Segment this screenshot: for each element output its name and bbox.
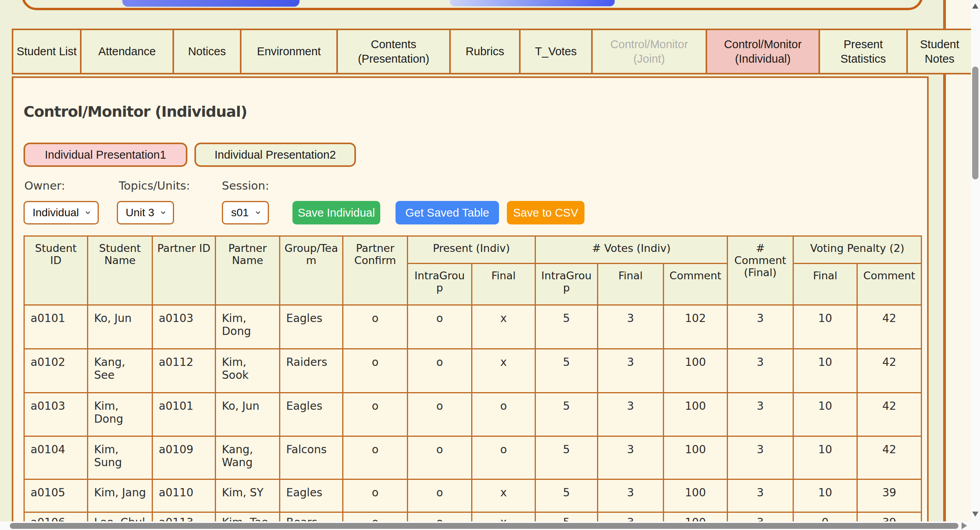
tab-label: Rubrics <box>466 44 504 58</box>
table-cell: o <box>343 393 408 436</box>
table-cell: 42 <box>857 349 922 393</box>
topics-select-value: Unit 3 <box>123 206 156 219</box>
tab-attendance[interactable]: Attendance <box>80 29 174 74</box>
table-cell: Kim, Jang <box>88 479 152 512</box>
get-saved-table-button[interactable]: Get Saved Table <box>396 201 499 224</box>
table-cell: 3 <box>728 349 793 393</box>
column-group-header: Voting Penalty (2) <box>793 236 922 264</box>
table-cell: 5 <box>535 436 598 479</box>
table-cell: 100 <box>664 436 728 479</box>
chevron-down-icon: ⌄ <box>254 204 262 217</box>
session-select-value: s01 <box>229 206 251 219</box>
tab-label: Environment <box>257 44 321 58</box>
tab-student-list[interactable]: Student List <box>12 29 82 74</box>
tab-label: Control/Monitor (Joint) <box>595 37 703 66</box>
individual-presentation2-button[interactable]: Individual Presentation2 <box>194 143 356 167</box>
column-header: Partner ID <box>152 236 216 305</box>
table-cell: Kim, Sung <box>88 436 152 479</box>
tab-label: Present Statistics <box>822 37 904 66</box>
table-cell: Ko, Jun <box>216 393 280 436</box>
page-title: Control/Monitor (Individual) <box>24 103 247 120</box>
table-cell: a0105 <box>24 479 88 512</box>
table-cell: o <box>408 305 472 349</box>
table-cell: Kang, See <box>88 349 152 393</box>
table-cell: Raiders <box>280 349 343 393</box>
column-header: Final <box>598 264 664 305</box>
tab-panel: Control/Monitor (Individual) Individual … <box>12 76 929 530</box>
tab-rubrics[interactable]: Rubrics <box>449 29 521 74</box>
column-header: Final <box>472 264 535 305</box>
tab-label: Contents (Presentation) <box>340 37 447 66</box>
table-cell: o <box>408 393 472 436</box>
tab-student-notes[interactable]: Student Notes <box>906 29 973 74</box>
app-stage: Student ListAttendanceNoticesEnvironment… <box>0 0 980 530</box>
table-cell: a0103 <box>24 393 88 436</box>
topics-label: Topics/Units: <box>119 179 190 192</box>
owner-label: Owner: <box>24 179 65 192</box>
table-cell: 3 <box>598 436 664 479</box>
tab-control-monitor-joint[interactable]: Control/Monitor (Joint) <box>591 29 707 74</box>
save-individual-button[interactable]: Save Individual <box>292 201 380 224</box>
vertical-scrollbar[interactable] <box>971 0 980 530</box>
table-cell: a0102 <box>24 349 88 393</box>
session-select[interactable]: s01 ⌄ <box>222 201 269 224</box>
topics-select[interactable]: Unit 3 ⌄ <box>117 201 174 224</box>
table-cell: 3 <box>598 479 664 512</box>
vertical-scrollbar-thumb[interactable] <box>972 67 978 179</box>
table-cell: 5 <box>535 349 598 393</box>
right-background-strip <box>946 0 971 530</box>
table-cell: o <box>343 305 408 349</box>
table-cell: 3 <box>728 305 793 349</box>
table-cell: 42 <box>857 305 922 349</box>
save-to-csv-button[interactable]: Save to CSV <box>507 201 584 224</box>
horizontal-scrollbar-thumb[interactable] <box>10 523 958 529</box>
tab-environment[interactable]: Environment <box>240 29 338 74</box>
table-cell: Eagles <box>280 305 343 349</box>
scroll-up-icon[interactable] <box>972 4 978 9</box>
table-cell: o <box>343 349 408 393</box>
owner-select[interactable]: Individual ⌄ <box>24 201 99 224</box>
table-cell: 39 <box>857 479 922 512</box>
table-cell: o <box>343 479 408 512</box>
chevron-down-icon: ⌄ <box>159 204 167 217</box>
tab-present-statistics[interactable]: Present Statistics <box>818 29 908 74</box>
top-section-frame <box>22 0 923 10</box>
table-cell: 5 <box>535 479 598 512</box>
table-cell: a0104 <box>24 436 88 479</box>
table-cell: 10 <box>793 479 857 512</box>
table-cell: a0109 <box>152 436 216 479</box>
table-cell: x <box>472 479 535 512</box>
table-cell: a0101 <box>24 305 88 349</box>
column-header: Student ID <box>24 236 88 305</box>
table-cell: 3 <box>598 393 664 436</box>
individual-presentation1-button[interactable]: Individual Presentation1 <box>24 143 187 167</box>
table-row: a0102Kang, Seea0112Kim, SookRaidersoox53… <box>24 349 922 393</box>
table-cell: 100 <box>664 393 728 436</box>
table-cell: 10 <box>793 349 857 393</box>
tab-control-monitor-individual[interactable]: Control/Monitor (Individual) <box>706 29 820 74</box>
column-header: Final <box>793 264 857 305</box>
table-cell: Ko, Jun <box>88 305 152 349</box>
control-table: Student ID Student Name Partner ID Partn… <box>24 235 922 530</box>
horizontal-scrollbar[interactable] <box>0 521 971 530</box>
tab-label: Student Notes <box>910 37 969 66</box>
scroll-right-icon[interactable] <box>962 522 967 529</box>
column-header: # Comment (Final) <box>728 236 793 305</box>
column-header: Comment <box>664 264 728 305</box>
table-cell: a0110 <box>152 479 216 512</box>
table-cell: Kim, Dong <box>216 305 280 349</box>
scroll-down-icon[interactable] <box>972 512 978 517</box>
table-cell: o <box>408 479 472 512</box>
session-label: Session: <box>222 179 269 192</box>
tab-t-votes[interactable]: T_Votes <box>519 29 593 74</box>
tab-notices[interactable]: Notices <box>172 29 241 74</box>
tab-contents-presentation[interactable]: Contents (Presentation) <box>336 29 451 74</box>
tab-bar: Student ListAttendanceNoticesEnvironment… <box>12 29 973 74</box>
table-cell: 42 <box>857 436 922 479</box>
table-cell: 3 <box>598 305 664 349</box>
table-cell: 3 <box>728 393 793 436</box>
column-header: IntraGroup <box>408 264 472 305</box>
table-cell: o <box>472 393 535 436</box>
owner-select-value: Individual <box>30 206 81 219</box>
table-cell: 3 <box>598 349 664 393</box>
